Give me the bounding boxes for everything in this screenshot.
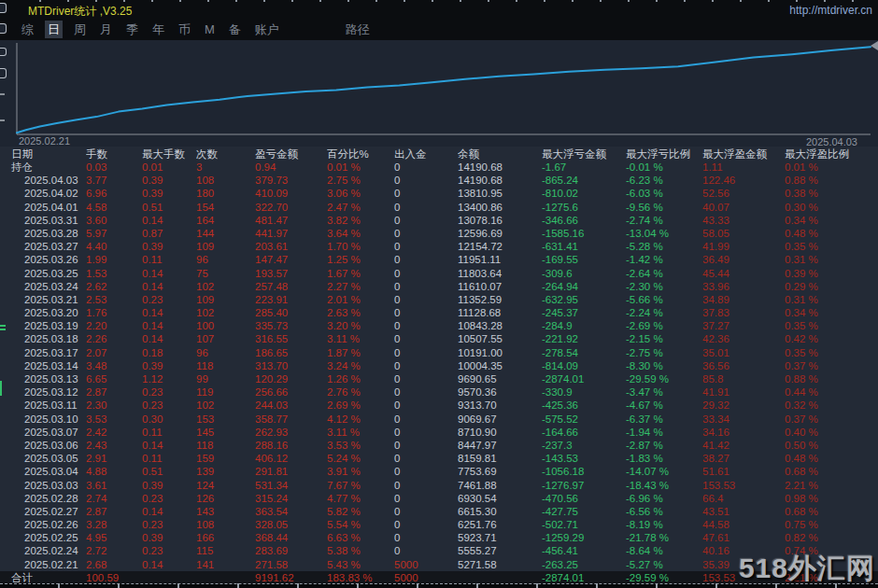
menu-item[interactable]: 路径 [343,21,373,38]
table-row[interactable]: 2025.03.122.870.23119256.662.76 %09570.3… [0,385,878,399]
edge-handle-icon [0,48,7,56]
menu-item[interactable]: 综 [19,21,36,38]
menu-item[interactable]: 日 [45,21,63,38]
cell: 35.01 [702,346,785,359]
cell: 13078.16 [458,214,542,227]
cell: 0.39 [142,240,196,253]
cell: 4.40 [86,240,142,253]
cell: 154 [196,201,255,214]
table-row[interactable]: 2025.03.201.760.14102285.402.63 %011128.… [0,306,878,319]
cell: 2.63 % [327,306,394,319]
cell: 2025.03.07 [0,426,86,439]
cell: 2.43 [86,439,142,452]
cell: 2.75 % [327,174,394,187]
app-url-link[interactable]: http://mtdriver.cn [789,4,872,17]
table-row[interactable]: 2025.03.313.600.14164481.473.82 %013078.… [0,214,878,227]
cell: -164.66 [542,426,626,439]
table-row[interactable]: 2025.02.282.740.23126315.244.77 %06930.5… [0,492,878,505]
cell: 38.27 [702,452,785,465]
bottom-grid-strip [0,583,878,588]
table-row[interactable]: 2025.03.052.910.11159406.125.24 %08159.8… [0,452,878,465]
table-row[interactable]: 2025.02.263.280.23108328.055.54 %06251.7… [0,518,878,531]
table-row[interactable]: 2025.03.274.400.39109203.611.70 %012154.… [0,240,878,253]
table-row[interactable]: 2025.03.212.530.23109223.912.01 %011352.… [0,293,878,306]
table-row[interactable]: 2025.03.044.880.51139291.813.91 %07753.6… [0,465,878,478]
cell: 0.31 % [785,293,878,306]
menu-item[interactable]: M [202,21,218,38]
cell: 0.87 [142,227,196,240]
cell: 2.53 [86,293,142,306]
column-header: 最大手数 [142,147,196,161]
cell: 2025.02.26 [0,518,86,531]
table-row[interactable]: 2025.03.136.651.1299120.291.26 %09690.65… [0,372,878,385]
table-row[interactable]: 2025.04.033.770.39108379.732.75 %014190.… [0,174,878,187]
cell: 147.47 [255,253,327,266]
cell: 0.14 [142,306,196,319]
edge-dash [0,325,6,327]
cell: 0 [394,293,458,306]
cell: 0.82 % [785,531,878,544]
cell: 4.88 [86,465,142,478]
cell: 0.14 [142,267,196,280]
cell: -6.56 % [626,505,702,518]
table-total-row[interactable]: 合计100.599191.62183.83 %5000-2874.01-29.5… [0,571,878,584]
cell: 143 [196,505,255,518]
menu-item[interactable]: 币 [176,21,193,38]
cell: 410.09 [255,187,327,200]
column-header: 盈亏金额 [255,147,327,161]
table-header-row: 日期手数最大手数次数盈亏金额百分比%出入金余额最大浮亏金额最大浮亏比例最大浮盈金… [0,147,878,161]
menu-item[interactable]: 备 [226,21,244,38]
table-row[interactable]: 2025.03.112.300.23102244.032.69 %09313.7… [0,399,878,412]
cell: 11803.64 [458,267,542,280]
table-row[interactable]: 2025.03.285.970.87144441.973.64 %012596.… [0,227,878,240]
cell: 4.58 [86,201,142,214]
cell: 0 [394,174,458,187]
cell: 2.87 [86,385,142,399]
cell: -9.56 % [626,201,702,214]
cell: 109 [196,240,255,253]
cell: 13810.95 [458,187,542,200]
table-row[interactable]: 2025.04.014.580.51154322.702.47 %013400.… [0,201,878,214]
table-row[interactable]: 2025.04.026.960.39180410.093.06 %013810.… [0,187,878,200]
cell: 4.12 % [327,413,394,426]
column-header: 最大浮亏金额 [542,147,626,161]
cell: 6.65 [86,372,142,385]
cell: 481.47 [255,214,327,227]
cell: 0.30 [142,413,196,426]
table-row[interactable]: 2025.03.172.070.1896186.651.87 %010191.0… [0,346,878,359]
table-row[interactable]: 2025.03.251.530.1475193.571.67 %011803.6… [0,267,878,280]
table-row[interactable]: 2025.03.192.200.14100335.733.20 %010843.… [0,319,878,332]
cell: -427.75 [542,505,626,518]
table-row[interactable]: 2025.02.254.950.39166368.446.63 %05923.7… [0,531,878,544]
table-row[interactable]: 持仓0.030.0130.940.01 %014190.68-1.67-0.01… [0,161,878,174]
cell: 8159.81 [458,452,542,465]
table-row[interactable]: 2025.02.212.680.14141271.585.43 %5000527… [0,558,878,571]
menu-item[interactable]: 季 [123,21,141,38]
table-row[interactable]: 2025.03.182.260.14107316.553.11 %010507.… [0,332,878,345]
table-row[interactable]: 2025.03.242.620.14102257.482.27 %011610.… [0,280,878,293]
cell: 1.53 [86,267,142,280]
cell: 8447.97 [458,439,542,452]
table-row[interactable]: 2025.03.103.530.30153358.774.12 %09069.6… [0,413,878,426]
table-row[interactable]: 2025.03.033.610.39124531.347.67 %07461.8… [0,479,878,492]
cell: 315.24 [255,492,327,505]
cell: 持仓 [0,161,86,174]
cell: 322.70 [255,201,327,214]
menu-item[interactable]: 周 [71,21,89,38]
cell: 43.33 [702,214,785,227]
cell: 0.50 % [785,439,878,452]
table-row[interactable]: 2025.03.261.990.1196147.471.25 %011951.1… [0,253,878,266]
cell: 9570.36 [458,385,542,399]
table-row[interactable]: 2025.03.143.480.39118313.703.24 %010004.… [0,359,878,372]
menu-item[interactable]: 月 [97,21,115,38]
table-row[interactable]: 2025.03.062.430.14118288.163.53 %08447.9… [0,439,878,452]
cell: -264.94 [542,280,626,293]
cell: 0.01 [142,161,196,174]
table-row[interactable]: 2025.02.242.720.23115283.695.38 %05555.2… [0,544,878,557]
menu-item[interactable]: 年 [149,21,167,38]
cell: 0 [394,240,458,253]
table-row[interactable]: 2025.03.072.420.11145262.933.11 %08710.9… [0,426,878,439]
table-row[interactable]: 2025.02.272.870.14143363.545.82 %06615.3… [0,505,878,518]
cell: 0 [394,214,458,227]
menu-item[interactable]: 账户 [252,21,282,38]
